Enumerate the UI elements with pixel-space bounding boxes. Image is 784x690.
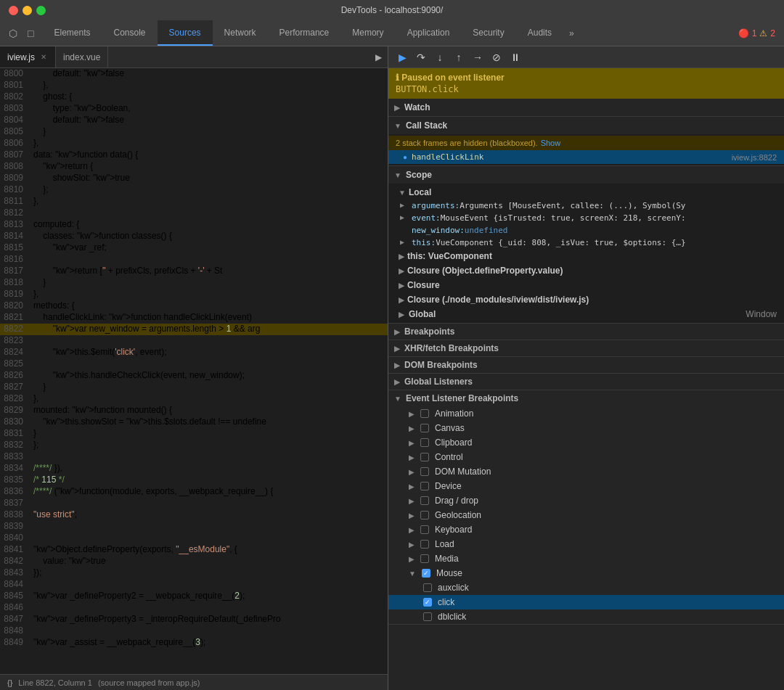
- canvas-checkbox[interactable]: [420, 424, 429, 432]
- scope-closure-path-header[interactable]: ▶ Closure (./node_modules/iview/dist/ivi…: [388, 292, 784, 307]
- bp-control[interactable]: ▶ Control: [388, 450, 784, 464]
- code-line-8826[interactable]: 8826 "kw">this.handleCheckClick(event, n…: [0, 370, 388, 382]
- more-tabs-button[interactable]: »: [563, 20, 580, 46]
- step-into-button[interactable]: ↓: [432, 49, 448, 65]
- bp-canvas[interactable]: ▶ Canvas: [388, 421, 784, 435]
- resume-button[interactable]: ▶: [394, 49, 410, 65]
- dom-mutation-checkbox[interactable]: [420, 467, 429, 476]
- scope-this[interactable]: ▶ this: VueComponent {_uid: 808, _isVue:…: [388, 237, 784, 249]
- code-line-8819[interactable]: 8819},: [0, 289, 388, 300]
- code-line-8842[interactable]: 8842 value: "kw">true: [0, 556, 388, 567]
- auxclick-checkbox[interactable]: [423, 583, 432, 592]
- code-line-8844[interactable]: 8844: [0, 579, 388, 591]
- deactivate-button[interactable]: ⊘: [489, 49, 505, 65]
- scope-new-window[interactable]: ▶ new_window: undefined: [388, 224, 784, 237]
- code-line-8827[interactable]: 8827 }: [0, 382, 388, 393]
- bp-animation[interactable]: ▶ Animation: [388, 406, 784, 421]
- code-line-8831[interactable]: 8831}: [0, 428, 388, 440]
- code-line-8843[interactable]: 8843});: [0, 567, 388, 579]
- scope-this-vue-header[interactable]: ▶ this: VueComponent: [388, 249, 784, 263]
- code-line-8814[interactable]: 8814 classes: "kw">function classes() {: [0, 231, 388, 242]
- tab-security[interactable]: Security: [461, 20, 515, 46]
- bp-geolocation[interactable]: ▶ Geolocation: [388, 508, 784, 522]
- pause-on-exception-button[interactable]: ⏸: [507, 49, 523, 65]
- bp-mouse[interactable]: ▼ Mouse: [388, 566, 784, 580]
- global-listeners-header[interactable]: ▶ Global Listeners: [388, 374, 784, 390]
- tab-sources[interactable]: Sources: [158, 20, 213, 46]
- bp-dblclick[interactable]: dblclick: [388, 609, 784, 624]
- stack-frame-handleClickLink[interactable]: ● handleClickLink iview.js:8822: [388, 150, 784, 164]
- code-line-8801[interactable]: 8801 },: [0, 80, 388, 91]
- code-line-8841[interactable]: 8841"kw">Object.defineProperty(exports, …: [0, 544, 388, 556]
- code-line-8820[interactable]: 8820methods: {: [0, 300, 388, 312]
- step-over-button[interactable]: ↷: [413, 49, 429, 65]
- file-tab-nav-arrow[interactable]: ▶: [369, 46, 388, 67]
- code-line-8846[interactable]: 8846: [0, 602, 388, 614]
- code-line-8839[interactable]: 8839: [0, 521, 388, 533]
- drag-drop-checkbox[interactable]: [420, 496, 429, 505]
- code-line-8824[interactable]: 8824 "kw">this.$emit('click', event);: [0, 347, 388, 358]
- code-line-8804[interactable]: 8804 default: "kw">false: [0, 115, 388, 126]
- scope-global-header[interactable]: ▶ Global Window: [388, 307, 784, 321]
- code-line-8830[interactable]: 8830 "kw">this.showSlot = "kw">this.$slo…: [0, 416, 388, 428]
- load-checkbox[interactable]: [420, 540, 429, 549]
- tab-performance[interactable]: Performance: [268, 20, 341, 46]
- code-line-8805[interactable]: 8805 }: [0, 126, 388, 138]
- code-line-8847[interactable]: 8847"kw">var _defineProperty3 = _interop…: [0, 614, 388, 625]
- file-tab-iview[interactable]: iview.js ✕: [0, 46, 56, 67]
- code-line-8815[interactable]: 8815 "kw">var _ref;: [0, 242, 388, 254]
- tab-application[interactable]: Application: [396, 20, 462, 46]
- code-editor[interactable]: 8800 default: "kw">false8801 },8802 ghos…: [0, 68, 388, 674]
- bp-drag-drop[interactable]: ▶ Drag / drop: [388, 493, 784, 508]
- control-checkbox[interactable]: [420, 453, 429, 461]
- bp-keyboard[interactable]: ▶ Keyboard: [388, 522, 784, 537]
- code-line-8806[interactable]: 8806},: [0, 138, 388, 149]
- code-line-8836[interactable]: 8836/****/ ("kw">function(module, export…: [0, 486, 388, 498]
- mobile-icon[interactable]: □: [25, 26, 36, 41]
- code-line-8834[interactable]: 8834/****/ }),: [0, 463, 388, 475]
- tab-console[interactable]: Console: [102, 20, 158, 46]
- code-line-8807[interactable]: 8807data: "kw">function data() {: [0, 149, 388, 161]
- maximize-button[interactable]: [36, 6, 46, 15]
- code-line-8829[interactable]: 8829mounted: "kw">function mounted() {: [0, 405, 388, 416]
- code-line-8832[interactable]: 8832};: [0, 440, 388, 451]
- bp-clipboard[interactable]: ▶ Clipboard: [388, 435, 784, 450]
- tab-network[interactable]: Network: [213, 20, 268, 46]
- xhr-breakpoints-header[interactable]: ▶ XHR/fetch Breakpoints: [388, 340, 784, 356]
- scope-header[interactable]: ▼ Scope: [388, 166, 784, 184]
- event-listener-breakpoints-header[interactable]: ▼ Event Listener Breakpoints: [388, 390, 784, 406]
- bp-media[interactable]: ▶ Media: [388, 551, 784, 566]
- geolocation-checkbox[interactable]: [420, 511, 429, 519]
- code-line-8848[interactable]: 8848: [0, 625, 388, 637]
- code-line-8823[interactable]: 8823: [0, 335, 388, 347]
- step-button[interactable]: →: [470, 49, 486, 65]
- code-line-8811[interactable]: 8811},: [0, 196, 388, 208]
- click-checkbox[interactable]: [423, 598, 432, 607]
- code-line-8840[interactable]: 8840: [0, 533, 388, 544]
- scope-closure-define-header[interactable]: ▶ Closure (Object.defineProperty.value): [388, 263, 784, 278]
- dom-breakpoints-header[interactable]: ▶ DOM Breakpoints: [388, 357, 784, 373]
- right-panel-scroll[interactable]: ℹ Paused on event listener BUTTON.click …: [388, 68, 784, 690]
- code-line-8803[interactable]: 8803 type: "kw">Boolean,: [0, 103, 388, 115]
- file-tab-iview-close[interactable]: ✕: [39, 53, 48, 61]
- scope-event[interactable]: ▶ event: MouseEvent {isTrusted: true, sc…: [388, 212, 784, 224]
- device-checkbox[interactable]: [420, 482, 429, 490]
- animation-checkbox[interactable]: [420, 409, 429, 418]
- file-tab-index[interactable]: index.vue: [56, 46, 108, 67]
- code-line-8845[interactable]: 8845"kw">var _defineProperty2 = __webpac…: [0, 591, 388, 602]
- tab-audits[interactable]: Audits: [516, 20, 563, 46]
- keyboard-checkbox[interactable]: [420, 525, 429, 534]
- scope-local-header[interactable]: ▼ Local: [388, 185, 784, 200]
- bp-click[interactable]: click: [388, 595, 784, 609]
- scope-closure-header[interactable]: ▶ Closure: [388, 278, 784, 292]
- bp-device[interactable]: ▶ Device: [388, 479, 784, 493]
- tab-memory[interactable]: Memory: [340, 20, 395, 46]
- media-checkbox[interactable]: [420, 554, 429, 563]
- close-button[interactable]: [9, 6, 18, 15]
- dblclick-checkbox[interactable]: [423, 612, 432, 621]
- code-line-8828[interactable]: 8828},: [0, 393, 388, 405]
- watch-section-header[interactable]: ▶ Watch: [388, 99, 784, 117]
- code-line-8822[interactable]: 8822 "kw">var new_window = arguments.len…: [0, 324, 388, 335]
- scope-arguments[interactable]: ▶ arguments: Arguments [MouseEvent, call…: [388, 200, 784, 212]
- inspect-icon[interactable]: ⬡: [6, 26, 20, 41]
